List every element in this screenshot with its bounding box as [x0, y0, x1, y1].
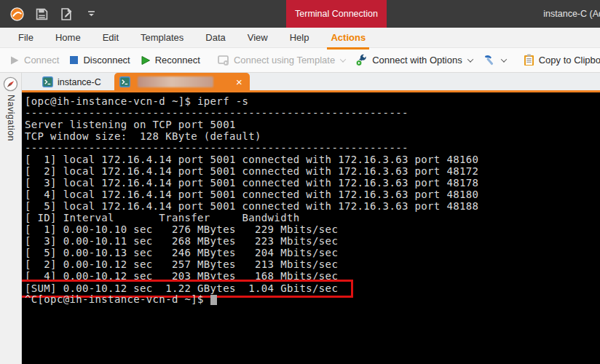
close-icon[interactable]: × — [234, 76, 245, 87]
wrench-play-icon — [355, 54, 368, 66]
terminal-line: [ 1] 0.00-10.10 sec 276 MBytes 229 Mbits… — [25, 223, 600, 235]
app-logo-icon[interactable] — [9, 6, 25, 22]
terminal-icon — [119, 76, 130, 87]
navigation-compass-icon[interactable] — [3, 76, 18, 92]
play-icon — [9, 55, 20, 66]
app-tab-terminal-connection[interactable]: Terminal Connection — [286, 0, 387, 28]
terminal-line: [ 3] local 172.16.4.14 port 5001 connect… — [25, 177, 600, 189]
terminal-line: [ 4] local 172.16.4.14 port 5001 connect… — [25, 189, 600, 200]
connect-template-label: Connect using Template — [234, 55, 335, 66]
disconnect-label: Disconnect — [83, 55, 130, 66]
template-connect-icon — [218, 55, 229, 66]
copy-to-clipboard-button[interactable]: Copy to Clipboard — [518, 50, 600, 70]
tab-instance-c[interactable]: instance-C — [35, 74, 108, 90]
terminal-line: [ ID] Interval Transfer Bandwidth — [25, 212, 600, 223]
terminal-line: [ 5] 0.00-10.13 sec 246 MBytes 204 Mbits… — [25, 247, 600, 258]
clipboard-icon — [524, 54, 534, 66]
connect-label: Connect — [24, 55, 59, 66]
tab-label: instance-C — [58, 77, 101, 87]
menu-data[interactable]: Data — [194, 28, 236, 47]
menu-edit[interactable]: Edit — [92, 28, 130, 47]
menu-view[interactable]: View — [237, 28, 279, 47]
connect-button[interactable]: Connect — [4, 51, 64, 69]
new-document-icon[interactable] — [58, 6, 74, 22]
actions-toolbar: Connect Disconnect Reconnect Connect usi… — [0, 48, 600, 73]
hammer-icon — [483, 55, 496, 66]
menu-file[interactable]: File — [7, 28, 44, 47]
tab-active-redacted[interactable]: × — [114, 73, 250, 90]
terminal-line: [ 1] local 172.16.4.14 port 5001 connect… — [25, 154, 600, 165]
save-icon[interactable] — [33, 6, 50, 22]
copy-clipboard-label: Copy to Clipboard — [539, 55, 600, 66]
chevron-down-icon — [467, 56, 473, 62]
disconnect-button[interactable]: Disconnect — [64, 51, 135, 69]
stop-icon — [69, 55, 79, 65]
terminal-line: TCP window size: 128 KByte (default) — [25, 130, 600, 142]
reconnect-label: Reconnect — [155, 55, 200, 66]
menu-actions[interactable]: Actions — [320, 28, 376, 47]
main-area: instance-C × [opc@ih-instance-vcn-d ~]$ … — [22, 73, 600, 364]
terminal-line: ----------------------------------------… — [25, 107, 600, 119]
navigation-rail[interactable]: Navigation — [0, 73, 22, 364]
terminal-line: [ 4] 0.00-10.12 sec 203 MBytes 168 Mbits… — [25, 270, 600, 282]
connect-using-template-button[interactable]: Connect using Template — [213, 51, 350, 70]
terminal-line: [ 2] 0.00-10.12 sec 257 MBytes 213 Mbits… — [25, 258, 600, 270]
terminal-line: [ 2] local 172.16.4.14 port 5001 connect… — [25, 165, 600, 177]
quick-access-toolbar — [9, 6, 99, 22]
terminal-line: Server listening on TCP port 5001 — [25, 119, 600, 130]
workspace: Navigation instance-C × [opc@ih-instance… — [0, 73, 600, 364]
menu-templates[interactable]: Templates — [130, 28, 194, 47]
terminal-output[interactable]: [opc@ih-instance-vcn-d ~]$ iperf -s ----… — [22, 92, 600, 364]
ribbon-menubar: File Home Edit Templates Data View Help … — [0, 28, 600, 48]
reconnect-button[interactable]: Reconnect — [135, 51, 205, 69]
terminal-cursor — [210, 295, 217, 305]
terminal-line: [ 3] 0.00-10.11 sec 268 MBytes 223 Mbits… — [25, 235, 600, 247]
window-title: instance-C (Ad — [543, 9, 600, 19]
terminal-line: ----------------------------------------… — [25, 142, 600, 154]
chevron-down-icon — [340, 56, 346, 62]
tools-button[interactable] — [478, 51, 511, 70]
terminal-sum-line: [SUM] 0.00-10.12 sec 1.22 GBytes 1.04 Gb… — [25, 282, 600, 293]
navigation-panel-label[interactable]: Navigation — [6, 95, 16, 141]
connect-with-options-button[interactable]: Connect with Options — [350, 50, 478, 70]
menu-home[interactable]: Home — [44, 28, 92, 47]
play-green-icon — [141, 55, 151, 66]
terminal-line: [ 5] local 172.16.4.14 port 5001 connect… — [25, 200, 600, 212]
terminal-tabstrip: instance-C × — [22, 73, 600, 92]
titlebar: Terminal Connection instance-C (Ad — [0, 0, 600, 28]
prompt-text: ^C[opc@ih-instance-vcn-d ~]$ — [25, 293, 204, 305]
connect-options-label: Connect with Options — [372, 55, 462, 66]
tab-title-redacted — [138, 76, 213, 87]
chevron-down-icon — [500, 56, 506, 62]
terminal-line: [opc@ih-instance-vcn-d ~]$ iperf -s — [25, 95, 600, 107]
customize-chevron-icon[interactable] — [83, 6, 99, 22]
menu-help[interactable]: Help — [279, 28, 320, 47]
terminal-icon — [42, 76, 53, 87]
